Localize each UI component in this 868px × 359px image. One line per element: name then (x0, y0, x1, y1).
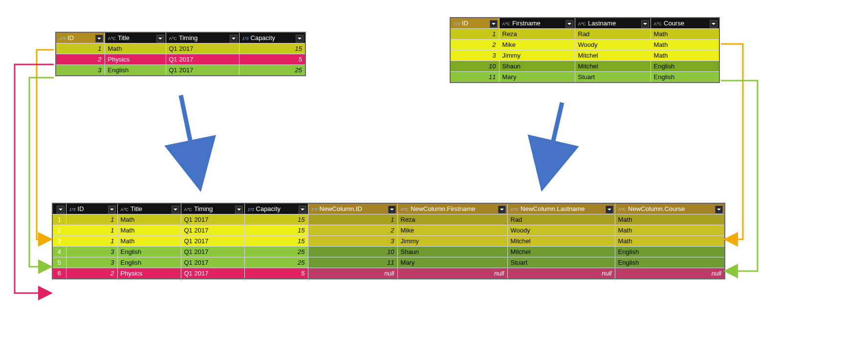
col-header-timing[interactable]: AᴮCTiming (181, 203, 244, 214)
table-row[interactable]: 3JimmyMitchelMath (450, 50, 719, 61)
filter-icon[interactable] (715, 206, 723, 213)
connector-green (29, 78, 54, 267)
table-row[interactable]: 11MaryStuartEnglish (450, 72, 719, 83)
table-row[interactable]: 2MikeWoodyMath (450, 40, 719, 50)
filter-icon[interactable] (95, 35, 103, 42)
table-row[interactable]: 43EnglishQ1 20172510ShaunMitchelEnglish (52, 247, 725, 257)
table-row[interactable]: 31MathQ1 2017153JimmyMitchelMath (52, 236, 725, 247)
filter-icon[interactable] (296, 35, 304, 42)
filter-icon[interactable] (606, 206, 613, 213)
filter-icon[interactable] (299, 206, 306, 213)
table-row[interactable]: 1MathQ1 201715 (56, 43, 305, 54)
source-table-left: 1²3ID AᴮCTitle AᴮCTiming 1²3Capacity 1Ma… (55, 32, 306, 76)
arrow-down-icon (181, 95, 195, 166)
chevron-down-icon[interactable] (57, 206, 65, 213)
col-header-timing[interactable]: AᴮCTiming (166, 32, 239, 43)
col-header-newcourse[interactable]: AᴮCNewColumn.Course (615, 203, 725, 214)
col-header-newfirst[interactable]: AᴮCNewColumn.Firstname (397, 203, 507, 214)
filter-icon[interactable] (641, 20, 649, 28)
filter-icon[interactable] (710, 20, 717, 28)
filter-icon[interactable] (388, 206, 396, 213)
filter-icon[interactable] (108, 206, 116, 213)
table-row[interactable]: 2PhysicsQ1 20175 (56, 54, 305, 65)
table-row[interactable]: 1RezaRadMath (450, 29, 719, 40)
connector-green (721, 81, 758, 271)
source-table-right: 1²3ID AᴮCFirstname AᴮCLastname AᴮCCourse… (450, 17, 720, 83)
col-header-capacity[interactable]: 1²3Capacity (239, 32, 305, 43)
col-header-newlast[interactable]: AᴮCNewColumn.Lastname (507, 203, 615, 214)
col-header-newid[interactable]: 1²3NewColumn.ID (308, 203, 397, 214)
filter-icon[interactable] (172, 206, 179, 213)
connector-red (15, 64, 54, 293)
col-header-lastname[interactable]: AᴮCLastname (575, 18, 651, 29)
col-header-title[interactable]: AᴮCTitle (117, 203, 181, 214)
arrow-down-icon (547, 103, 562, 166)
col-header-id[interactable]: 1²3ID (450, 18, 499, 29)
table-row[interactable]: 53EnglishQ1 20172511MaryStuartEnglish (52, 257, 725, 268)
filter-icon[interactable] (235, 206, 243, 213)
filter-icon[interactable] (230, 35, 238, 42)
row-selector-header[interactable] (52, 203, 66, 214)
col-header-title[interactable]: AᴮCTitle (105, 32, 166, 43)
filter-icon[interactable] (498, 206, 506, 213)
connector-yellow (37, 50, 54, 239)
filter-icon[interactable] (490, 20, 498, 28)
filter-icon[interactable] (565, 20, 573, 28)
col-header-id[interactable]: 1²3ID (66, 203, 117, 214)
col-header-firstname[interactable]: AᴮCFirstname (499, 18, 575, 29)
table-row[interactable]: 62PhysicsQ1 20175nullnullnullnull (52, 268, 725, 279)
table-row[interactable]: 21MathQ1 2017152MikeWoodyMath (52, 225, 725, 236)
filter-icon[interactable] (156, 35, 164, 42)
merged-table: 1²3ID AᴮCTitle AᴮCTiming 1²3Capacity 1²3… (52, 203, 725, 279)
table-row[interactable]: 3EnglishQ1 201725 (56, 65, 305, 76)
col-header-id[interactable]: 1²3ID (56, 32, 105, 43)
col-header-course[interactable]: AᴮCCourse (651, 18, 719, 29)
table-row[interactable]: 10ShaunMitchelEnglish (450, 61, 719, 72)
table-row[interactable]: 11MathQ1 2017151RezaRadMath (52, 214, 725, 225)
col-header-capacity[interactable]: 1²3Capacity (244, 203, 308, 214)
